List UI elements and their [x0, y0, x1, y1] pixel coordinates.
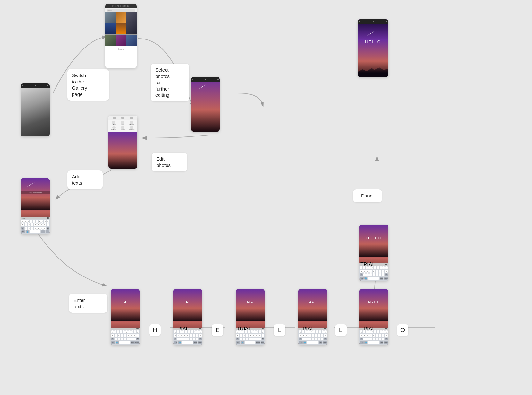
kb-row3-lp: ⇧zxcvbnm⌫ — [21, 226, 50, 230]
letter-L2: L — [335, 324, 347, 336]
tool-filters: FILTERS — [129, 126, 134, 131]
keyboard-l2: TRIAL✕ qwertyuiop asdfghjkl ⇧zxcvbnm⌫ 12… — [298, 328, 327, 345]
dot3 — [47, 85, 48, 86]
kb-label-lp: TRIAL — [22, 217, 25, 219]
phone-hello-final: HELLO — [358, 19, 388, 77]
dot2 — [35, 85, 36, 86]
phone-l2: TEXT EDIT HEL TRIAL✕ qwertyuiop asdfghjk… — [298, 289, 327, 345]
kb-label-h: TRIAL — [112, 328, 115, 330]
phone-header-bw — [21, 83, 50, 88]
tool-tools: TOOLS — [121, 126, 125, 131]
phone-hell-text: HELL — [359, 300, 388, 304]
label-enter-texts: Enter texts — [69, 294, 107, 313]
phone-hello-kb-text: HELLO — [359, 236, 388, 240]
library-bottom: Select All — [105, 46, 137, 53]
tool-image: IMAGE — [112, 121, 116, 126]
lib-cell-7 — [105, 35, 116, 46]
lp-sky-stars — [21, 178, 50, 210]
lib-cell-1 — [105, 12, 116, 23]
label-switch-gallery: Switch to the Gallery page — [67, 69, 109, 101]
letter-L1: L — [274, 324, 285, 336]
lib-cell-8 — [116, 35, 126, 46]
sky-stars-1 — [191, 77, 220, 132]
phone-e: TEXT EDIT H TRIAL✕ qwertyuiop asdfghjkl … — [173, 289, 202, 345]
phone-library: PHOTO LIBRARY Search... Select All — [105, 4, 137, 68]
keyboard-e: TRIAL✕ qwertyuiop asdfghjkl ⇧zxcvbnm⌫ 12… — [173, 328, 202, 345]
phone-h-text: H — [111, 300, 140, 304]
tool-text: TEXT — [121, 121, 124, 126]
lib-cell-6 — [126, 23, 137, 34]
phone-hello-text-final: HELLO — [358, 40, 388, 44]
dot1 — [22, 85, 23, 86]
phone-hello-keyboard: TEXT EDIT HELLO TRIAL✕ qwertyuiop asdfgh… — [359, 225, 388, 281]
kb-close-h[interactable]: ✕ — [136, 328, 139, 329]
lib-cell-4 — [105, 23, 116, 34]
tool-tab-2 — [121, 117, 124, 119]
phone-l2-text: HEL — [298, 300, 327, 304]
dot-hf1 — [359, 21, 360, 22]
label-edit-photos: Edit photos — [152, 153, 187, 171]
tool-tab-1 — [113, 117, 116, 119]
phone-long-press: TEXT EDIT Long press to edit TRIAL ✕ qwe… — [21, 178, 50, 234]
library-title: PHOTO LIBRARY — [112, 5, 129, 7]
lib-cell-2 — [116, 12, 126, 23]
letter-O: O — [397, 324, 408, 336]
lib-cell-9 — [126, 35, 137, 46]
phone-hell: TEXT EDIT HELL TRIAL✕ qwertyuiop asdfghj… — [359, 289, 388, 345]
kb-close-lp[interactable]: ✕ — [47, 217, 49, 219]
keyboard-lp: TRIAL ✕ qwertyuiop asdfghjkl ⇧zxcvbnm⌫ 1… — [21, 217, 50, 234]
label-add-texts: Add texts — [67, 170, 103, 189]
keyboard-h: TRIAL ✕ qwertyuiop asdfghjkl ⇧zxcvbnm⌫ 1… — [111, 328, 140, 345]
letter-E: E — [212, 324, 223, 336]
phone-bw — [21, 83, 50, 136]
phone-e-text: H — [173, 300, 202, 304]
tool-tab-3 — [130, 117, 133, 119]
dot-hf3 — [386, 21, 387, 22]
label-select-photos: Select photos for further editing — [151, 64, 189, 101]
phone-h: TEXT EDIT H TRIAL ✕ qwertyuiop asdfghjkl… — [111, 289, 140, 345]
tool-canvas: CANVAS — [129, 121, 134, 126]
keyboard-hello-kb: TRIAL✕ qwertyuiop asdfghjkl ⇧zxcvbnm⌫ 12… — [359, 263, 388, 281]
search-bar: Search... — [107, 9, 135, 12]
lib-cell-5 — [116, 23, 126, 34]
dot-hf2 — [373, 21, 374, 22]
phone-header-hello-final — [358, 19, 388, 24]
long-press-label: Long press to edit — [21, 191, 50, 194]
keyboard-hell: TRIAL✕ qwertyuiop asdfghjkl ⇧zxcvbnm⌫ 12… — [359, 328, 388, 345]
keyboard-l1: TRIAL✕ qwertyuiop asdfghjkl ⇧zxcvbnm⌫ 12… — [236, 328, 265, 345]
edit-sky-stars — [108, 132, 137, 169]
label-done: Done! — [353, 189, 382, 202]
tool-frames: FRAMES — [111, 126, 117, 131]
phone-edit-tools: IMAGE TEXT CANVAS FRAMES TOOLS FILTERS — [108, 116, 137, 169]
lib-cell-3 — [126, 12, 137, 23]
phone-l1-text: HE — [236, 300, 265, 304]
kb-row1-lp: qwertyuiop — [21, 219, 50, 223]
letter-H: H — [149, 324, 161, 336]
phone-l1: TEXT EDIT HE TRIAL✕ qwertyuiop asdfghjkl… — [236, 289, 265, 345]
phone-sky-1 — [191, 77, 220, 132]
kb-row2-lp: asdfghjkl — [21, 223, 50, 226]
